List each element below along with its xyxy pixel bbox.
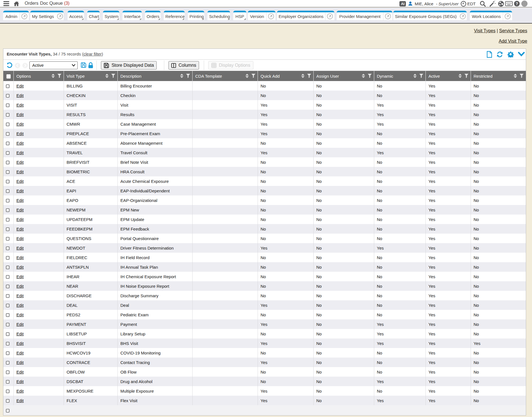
svg-text:?: ? — [516, 1, 518, 6]
